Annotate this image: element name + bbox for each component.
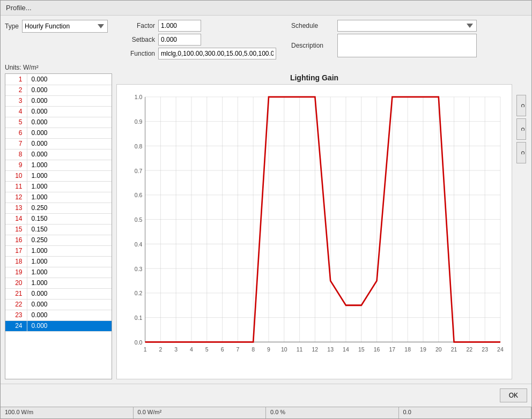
side-btn-1[interactable]: C: [516, 95, 526, 116]
setback-input[interactable]: [158, 34, 201, 46]
factor-label: Factor: [123, 22, 155, 29]
svg-text:0.5: 0.5: [135, 216, 143, 223]
table-row[interactable]: 201.000: [5, 278, 112, 288]
hour-cell: 8: [5, 149, 27, 160]
value-cell: 0.000: [27, 299, 112, 310]
function-label: Function: [123, 50, 155, 57]
table-row[interactable]: 130.250: [5, 203, 112, 213]
value-cell: 1.000: [27, 267, 112, 278]
svg-text:8: 8: [252, 346, 255, 352]
svg-text:16: 16: [374, 346, 380, 352]
bottom-bar: OK: [1, 384, 531, 407]
table-row[interactable]: 191.000: [5, 267, 112, 278]
table-row[interactable]: 111.000: [5, 181, 112, 192]
type-select[interactable]: Hourly Function Daily Function Monthly F…: [22, 20, 108, 33]
dialog-title: Profile...: [6, 4, 32, 12]
description-row: Description: [291, 34, 477, 57]
value-cell: 0.000: [27, 106, 112, 117]
hour-cell: 18: [5, 256, 27, 267]
factor-row: Factor: [123, 20, 276, 32]
description-textarea[interactable]: [337, 34, 477, 57]
hour-cell: 17: [5, 245, 27, 256]
value-cell: 0.000: [27, 310, 112, 320]
table-row[interactable]: 121.000: [5, 192, 112, 203]
value-cell: 0.000: [27, 320, 112, 331]
svg-text:5: 5: [205, 346, 209, 352]
setback-label: Setback: [123, 36, 155, 43]
type-label: Type: [5, 23, 19, 30]
status-item-3: 0.0 %: [266, 407, 399, 418]
table-row[interactable]: 60.000: [5, 128, 112, 138]
svg-text:10: 10: [281, 346, 287, 352]
value-cell: 0.150: [27, 213, 112, 224]
schedule-row: Schedule: [291, 20, 477, 32]
ok-button[interactable]: OK: [500, 388, 527, 402]
fields-block: Factor Setback Function: [123, 20, 276, 59]
side-btn-3[interactable]: C: [516, 142, 526, 163]
table-row[interactable]: 20.000: [5, 85, 112, 95]
function-input[interactable]: [158, 48, 276, 59]
table-row[interactable]: 30.000: [5, 95, 112, 106]
table-row[interactable]: 140.150: [5, 213, 112, 224]
value-cell: 1.000: [27, 278, 112, 288]
svg-text:6: 6: [221, 346, 224, 352]
hour-cell: 3: [5, 95, 27, 106]
table-row[interactable]: 80.000: [5, 149, 112, 160]
table-row[interactable]: 230.000: [5, 310, 112, 320]
hour-cell: 10: [5, 170, 27, 181]
svg-text:0.2: 0.2: [135, 290, 143, 296]
units-label: Units: W/m²: [5, 64, 527, 71]
content-area: Type Hourly Function Daily Function Mont…: [1, 16, 531, 384]
hour-cell: 9: [5, 160, 27, 170]
hour-cell: 1: [5, 74, 27, 85]
description-label: Description: [291, 42, 334, 49]
svg-text:0.6: 0.6: [135, 192, 143, 198]
table-row[interactable]: 150.150: [5, 224, 112, 235]
value-cell: 0.000: [27, 128, 112, 138]
status-item-1: 100.0 W/m: [1, 407, 134, 418]
value-cell: 1.000: [27, 245, 112, 256]
hour-cell: 22: [5, 299, 27, 310]
schedule-block: Schedule Description: [291, 20, 477, 57]
value-cell: 0.250: [27, 203, 112, 213]
table-row[interactable]: 171.000: [5, 245, 112, 256]
svg-text:19: 19: [420, 346, 426, 352]
value-cell: 0.150: [27, 224, 112, 235]
profile-dialog: Profile... Type Hourly Function Daily Fu…: [0, 0, 532, 419]
table-row[interactable]: 101.000: [5, 170, 112, 181]
table-row[interactable]: 50.000: [5, 117, 112, 128]
value-cell: 0.000: [27, 95, 112, 106]
table-row[interactable]: 160.250: [5, 235, 112, 245]
table-row[interactable]: 210.000: [5, 288, 112, 299]
factor-input[interactable]: [158, 20, 201, 32]
table-row[interactable]: 10.000: [5, 74, 112, 85]
value-cell: 1.000: [27, 181, 112, 192]
hour-cell: 7: [5, 138, 27, 149]
main-area: 10.00020.00030.00040.00050.00060.00070.0…: [5, 73, 527, 379]
chart-title: Lighting Gain: [116, 73, 512, 82]
svg-text:13: 13: [327, 346, 334, 352]
side-btn-2[interactable]: C: [516, 118, 526, 140]
table-row[interactable]: 220.000: [5, 299, 112, 310]
table-row[interactable]: 91.000: [5, 160, 112, 170]
chart-container: 0.00.10.20.30.40.50.60.70.80.91.01234567…: [116, 84, 512, 379]
value-cell: 0.000: [27, 149, 112, 160]
table-row[interactable]: 40.000: [5, 106, 112, 117]
value-cell: 0.000: [27, 85, 112, 95]
status-item-4: 0.0: [399, 407, 532, 418]
value-cell: 1.000: [27, 192, 112, 203]
svg-text:3: 3: [174, 346, 178, 352]
svg-text:11: 11: [297, 346, 303, 352]
schedule-select[interactable]: [337, 20, 477, 32]
table-panel: 10.00020.00030.00040.00050.00060.00070.0…: [5, 73, 112, 379]
table-row[interactable]: 181.000: [5, 256, 112, 267]
hour-cell: 11: [5, 181, 27, 192]
hours-table: 10.00020.00030.00040.00050.00060.00070.0…: [5, 74, 112, 332]
hour-cell: 6: [5, 128, 27, 138]
svg-text:24: 24: [497, 346, 504, 352]
table-row[interactable]: 70.000: [5, 138, 112, 149]
hour-cell: 20: [5, 278, 27, 288]
function-row: Function: [123, 48, 276, 59]
table-row[interactable]: 240.000: [5, 320, 112, 331]
svg-text:17: 17: [389, 346, 396, 352]
